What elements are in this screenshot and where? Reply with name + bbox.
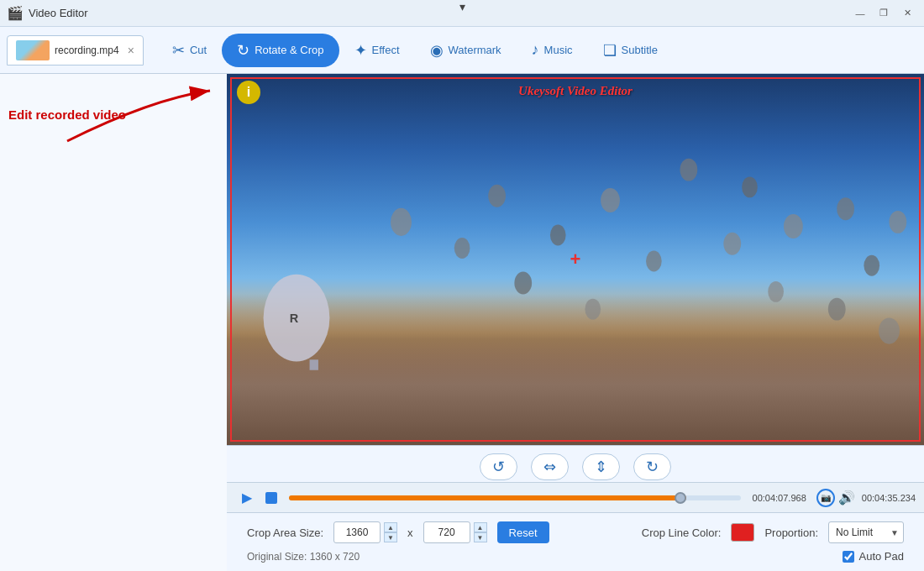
tab-subtitle-label: Subtitle — [622, 44, 658, 56]
title-text: Video Editor — [29, 7, 88, 19]
flip-horizontal-button[interactable]: ⇔ — [531, 453, 569, 480]
autopad-row: Auto Pad — [843, 550, 905, 563]
tab-bar: recording.mp4 × ✂ Cut ↻ Rotate & Crop ✦ … — [0, 27, 924, 74]
width-up-button[interactable]: ▲ — [384, 522, 397, 532]
crop-row-2: Original Size: 1360 x 720 Auto Pad — [247, 550, 904, 563]
main-area: Edit recorded video — [0, 74, 924, 571]
original-size-label: Original Size: 1360 x 720 — [247, 551, 360, 563]
play-button[interactable]: ▶ — [235, 486, 259, 510]
rotate-controls-bar: ▾ ↺ ⇔ ⇕ ↻ — [227, 445, 924, 482]
time-start: 00:04:07.968 — [753, 493, 806, 503]
sidebar: Edit recorded video — [0, 74, 227, 571]
height-up-button[interactable]: ▲ — [474, 522, 487, 532]
progress-fill — [289, 495, 686, 500]
app-icon: 🎬 — [7, 5, 24, 21]
video-area: R — [227, 74, 924, 571]
x-label: x — [407, 526, 413, 539]
watermark-icon: ◉ — [430, 41, 444, 60]
cross-cursor: + — [570, 249, 581, 270]
rotate-icon: ↻ — [237, 41, 249, 60]
subtitle-icon: ❏ — [603, 41, 617, 60]
width-down-button[interactable]: ▼ — [384, 532, 397, 542]
camera-button[interactable]: 📷 — [816, 489, 835, 507]
color-label: Crop Line Color: — [642, 526, 722, 539]
chevron-down-icon: ▾ — [459, 0, 465, 13]
tab-cut-label: Cut — [190, 44, 207, 56]
width-input-group: ▲ ▼ — [333, 521, 397, 543]
minimize-button[interactable]: — — [850, 5, 870, 22]
proportion-wrapper: No Limit 16:9 4:3 1:1 9:16 ▼ — [828, 521, 904, 543]
crop-row-1: Crop Area Size: ▲ ▼ x ▲ ▼ Reset — [247, 521, 904, 543]
effect-icon: ✦ — [354, 41, 367, 60]
file-tab-close[interactable]: × — [128, 44, 134, 57]
tab-watermark-label: Watermark — [449, 44, 501, 56]
progress-thumb[interactable] — [675, 492, 686, 504]
proportion-label: Proportion: — [764, 526, 818, 539]
video-controls: ▶ 00:04:07.968 📷 🔊 00:04:35.234 — [227, 482, 924, 512]
tab-effect-label: Effect — [372, 44, 400, 56]
file-tab-name: recording.mp4 — [55, 45, 119, 56]
nav-tabs: ✂ Cut ↻ Rotate & Crop ✦ Effect ◉ Waterma… — [157, 34, 673, 67]
cut-icon: ✂ — [172, 41, 185, 60]
crop-settings-panel: Crop Area Size: ▲ ▼ x ▲ ▼ Reset — [227, 512, 924, 571]
music-icon: ♪ — [532, 41, 539, 59]
reset-button[interactable]: Reset — [497, 521, 549, 543]
time-end: 00:04:35.234 — [862, 493, 916, 503]
maximize-button[interactable]: ❐ — [874, 5, 894, 22]
stop-button[interactable] — [265, 492, 277, 504]
edit-annotation: Edit recorded video — [8, 107, 126, 122]
tab-subtitle[interactable]: ❏ Subtitle — [588, 34, 673, 67]
height-down-button[interactable]: ▼ — [474, 532, 487, 542]
file-thumbnail — [16, 40, 50, 60]
close-button[interactable]: ✕ — [897, 5, 917, 22]
video-canvas[interactable]: R — [227, 74, 924, 445]
rotate-right-button[interactable]: ↻ — [633, 453, 671, 480]
tab-watermark[interactable]: ◉ Watermark — [415, 34, 517, 67]
tab-music[interactable]: ♪ Music — [517, 34, 588, 67]
tab-rotate-crop[interactable]: ↻ Rotate & Crop — [222, 34, 339, 67]
progress-bar[interactable] — [289, 495, 741, 500]
tab-rotate-label: Rotate & Crop — [255, 44, 323, 56]
file-tab[interactable]: recording.mp4 × — [7, 35, 144, 65]
tab-cut[interactable]: ✂ Cut — [157, 34, 222, 67]
autopad-checkbox[interactable] — [843, 551, 854, 563]
flip-vertical-button[interactable]: ⇕ — [582, 453, 620, 480]
width-spinner: ▲ ▼ — [384, 522, 397, 542]
color-picker[interactable] — [731, 523, 754, 542]
crop-width-input[interactable] — [333, 521, 381, 543]
tab-effect[interactable]: ✦ Effect — [339, 34, 415, 67]
proportion-select[interactable]: No Limit 16:9 4:3 1:1 9:16 — [828, 521, 904, 543]
height-spinner: ▲ ▼ — [474, 522, 487, 542]
crop-height-input[interactable] — [423, 521, 470, 543]
rotate-left-button[interactable]: ↺ — [480, 453, 517, 480]
crop-area-label: Crop Area Size: — [247, 526, 323, 539]
volume-button[interactable]: 🔊 — [838, 490, 855, 506]
window-controls: — ❐ ✕ — [850, 5, 917, 22]
autopad-label: Auto Pad — [859, 550, 905, 563]
height-input-group: ▲ ▼ — [423, 521, 487, 543]
tab-music-label: Music — [544, 44, 573, 56]
